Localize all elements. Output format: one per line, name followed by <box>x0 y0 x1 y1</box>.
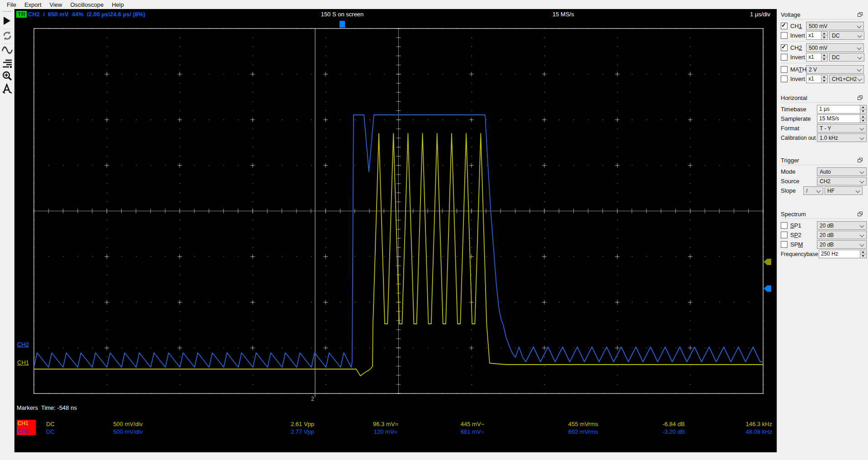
voltage-panel: Voltage CH1 500 mV Invert x1 DC CH2 500 … <box>781 10 863 83</box>
sp2-label: SP2 <box>790 232 802 238</box>
undock-icon[interactable] <box>858 158 863 162</box>
ch1-vac: 445 mV~ <box>461 421 484 427</box>
levels-icon <box>2 59 13 68</box>
marker-2-label[interactable]: 2 <box>311 396 314 403</box>
menu-bar: File Export View Oscilloscope Help <box>0 0 868 9</box>
levels-button[interactable] <box>1 57 14 69</box>
ch1-invert-label: Invert <box>790 32 805 39</box>
samplerate-spinner[interactable]: 15 MS/s <box>817 114 867 123</box>
ch1-freq: 146.3 kHz <box>745 421 772 427</box>
math-invert-label: Invert <box>790 76 805 82</box>
sp1-checkbox[interactable] <box>781 222 788 229</box>
ch1-coupling: DC <box>46 421 55 427</box>
ch1-enable-checkbox[interactable] <box>781 23 788 29</box>
chevron-down-icon <box>858 77 862 81</box>
chevron-down-icon <box>860 242 864 247</box>
undock-icon[interactable] <box>858 12 863 17</box>
ch2-range-select[interactable]: 500 mV <box>806 43 864 52</box>
chevron-down-icon <box>860 126 864 131</box>
ch1-range-select[interactable]: 500 mV <box>806 22 864 30</box>
math-range-select[interactable]: 2 V <box>806 65 864 74</box>
frequencybase-spinner[interactable]: 250 Hz <box>819 250 867 258</box>
chevron-down-icon <box>858 33 862 38</box>
undock-icon[interactable] <box>858 212 863 216</box>
reset-button[interactable] <box>1 30 14 42</box>
trigger-info-text: CH2 / 650 mV 44% /2.00 µs\24.6 µs/ (8%) <box>28 11 145 18</box>
channel-badge[interactable]: CH1 CH2 <box>17 420 36 435</box>
menu-oscilloscope[interactable]: Oscilloscope <box>66 0 108 9</box>
menu-export[interactable]: Export <box>20 0 46 9</box>
trigger-slope-select[interactable]: / <box>803 186 823 195</box>
ch2-multiplier-spinner[interactable]: x1 <box>806 53 828 62</box>
ch2-invert-checkbox[interactable] <box>781 54 788 61</box>
voltage-panel-title: Voltage <box>781 11 800 18</box>
sp2-db-select[interactable]: 20 dB <box>817 231 867 239</box>
ch1-multiplier-spinner[interactable]: x1 <box>806 31 828 40</box>
trigger-mode-label: Mode <box>781 168 817 175</box>
zoom-icon <box>2 71 13 81</box>
spin-down-icon[interactable] <box>860 254 866 258</box>
calibration-out-label: Calibration out <box>781 135 817 141</box>
ch1-scale: 500 mV/div <box>113 421 142 427</box>
ch1-vdc: 96.3 mV= <box>373 421 398 427</box>
ch2-db: -3.20 dB <box>662 428 684 435</box>
ch1-coupling-select[interactable]: DC <box>829 31 864 40</box>
ch1-vpp: 2.61 Vpp <box>291 421 314 427</box>
trigger-source-select[interactable]: CH2 <box>817 177 867 185</box>
sp1-db-select[interactable]: 20 dB <box>817 221 867 230</box>
chevron-down-icon <box>858 55 862 60</box>
math-invert-checkbox[interactable] <box>781 76 788 82</box>
math-enable-checkbox[interactable] <box>781 66 788 73</box>
run-button[interactable] <box>1 15 14 27</box>
menu-file[interactable]: File <box>3 0 20 9</box>
trigger-source-label: Source <box>781 178 817 185</box>
settings-button[interactable] <box>1 83 14 95</box>
format-select[interactable]: T - Y <box>817 124 867 133</box>
ch2-trace-label[interactable]: CH2 <box>17 341 29 348</box>
sp2-checkbox[interactable] <box>781 232 788 238</box>
spin-down-icon[interactable] <box>821 57 827 61</box>
trigger-mode-select[interactable]: Auto <box>817 167 867 176</box>
toolbar-grip[interactable] <box>2 10 12 12</box>
spin-down-icon[interactable] <box>860 109 866 113</box>
undock-icon[interactable] <box>858 95 863 100</box>
trigger-panel: Trigger Mode Auto Source CH2 Slope / HF <box>781 156 863 195</box>
menu-help[interactable]: Help <box>108 0 128 9</box>
spin-up-icon[interactable] <box>860 115 866 119</box>
ch1-invert-checkbox[interactable] <box>781 32 788 39</box>
spin-up-icon[interactable] <box>821 75 827 79</box>
spm-db-select[interactable]: 20 dB <box>817 240 867 249</box>
ch2-coupling-select[interactable]: DC <box>829 53 864 62</box>
chevron-down-icon <box>856 189 860 193</box>
sp1-label: SP1 <box>790 222 802 229</box>
calibration-out-select[interactable]: 1.0 kHz <box>817 133 867 142</box>
frequencybase-label: Frequencybase <box>781 251 819 257</box>
markers-info-text: Markers Time: -548 ns <box>17 404 77 411</box>
ch2-enable-checkbox[interactable] <box>781 44 788 51</box>
trigger-filter-select[interactable]: HF <box>825 186 863 195</box>
spm-checkbox[interactable] <box>781 241 788 248</box>
spin-up-icon[interactable] <box>860 105 866 109</box>
math-operation-select[interactable]: CH1+CH2 <box>829 75 864 83</box>
spin-up-icon[interactable] <box>860 250 866 254</box>
signal-generator-button[interactable] <box>1 45 14 57</box>
ch2-invert-label: Invert <box>790 54 805 61</box>
ch2-vdc: 120 mV= <box>374 428 397 435</box>
ch1-trace-label[interactable]: CH1 <box>17 360 29 366</box>
menu-view[interactable]: View <box>46 0 66 9</box>
zoom-button[interactable] <box>1 70 14 82</box>
play-icon <box>4 17 10 25</box>
spin-up-icon[interactable] <box>821 32 827 35</box>
spectrum-panel: Spectrum SP1 20 dB SP2 20 dB SPM 20 dB F… <box>781 209 863 258</box>
samples-on-screen-label: 150 S on screen <box>306 11 378 18</box>
spin-down-icon[interactable] <box>821 35 827 39</box>
ch2-coupling: DC <box>46 428 55 435</box>
chevron-down-icon <box>860 233 864 237</box>
spin-down-icon[interactable] <box>821 79 827 83</box>
ch2-scale: 500 mV/div <box>113 428 142 435</box>
scope-canvas[interactable] <box>14 9 777 452</box>
timebase-spinner[interactable]: 1 µs <box>817 105 867 114</box>
math-multiplier-spinner[interactable]: x1 <box>806 75 828 83</box>
spin-down-icon[interactable] <box>860 119 866 123</box>
spin-up-icon[interactable] <box>821 53 827 57</box>
